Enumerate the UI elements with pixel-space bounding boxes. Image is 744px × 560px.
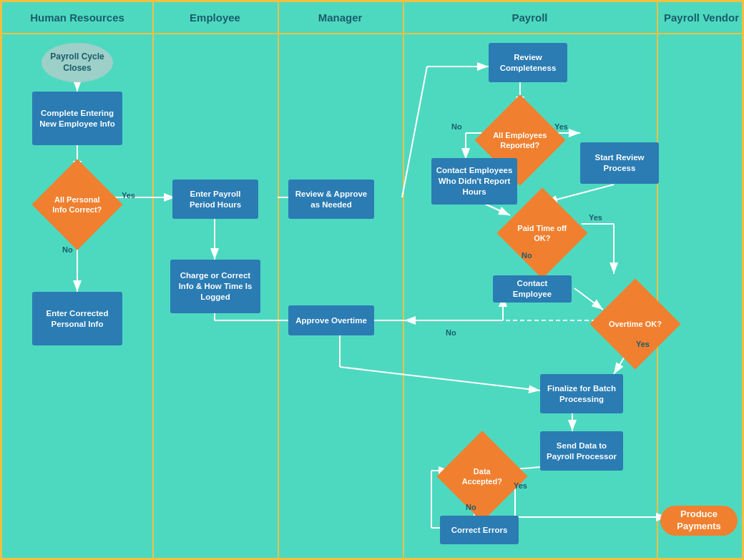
label-no-paidtime: No: [522, 251, 532, 260]
label-yes-paidtime: Yes: [589, 213, 602, 222]
label-no-data: No: [466, 503, 476, 511]
approve-overtime-box: Approve Overtime: [288, 305, 374, 335]
divider-3: [403, 2, 404, 558]
send-data-box: Send Data to Payroll Processor: [540, 431, 623, 471]
charge-correct-box: Charge or Correct Info & How Time Is Log…: [170, 260, 260, 313]
svg-line-9: [402, 67, 427, 197]
svg-line-15: [546, 185, 614, 202]
overtime-ok-diamond: Overtime OK?: [589, 278, 680, 369]
label-yes-data: Yes: [514, 481, 527, 490]
finalize-box: Finalize for Batch Processing: [540, 374, 623, 413]
col-header-emp: Employee: [152, 2, 278, 34]
contact-employee-box: Contact Employee: [493, 275, 572, 303]
contact-employees-box: Contact Employees Who Didn't Report Hour…: [431, 158, 517, 205]
svg-line-35: [340, 367, 540, 390]
enter-corrected-box: Enter Corrected Personal Info: [32, 292, 122, 345]
diagram-container: Human Resources Employee Manager Payroll…: [0, 0, 744, 560]
review-approve-box: Review & Approve as Needed: [288, 180, 374, 219]
review-completeness-box: Review Completeness: [489, 43, 567, 82]
label-no-employees: No: [451, 122, 462, 131]
payroll-cycle-closes: Payroll Cycle Closes: [41, 43, 113, 82]
divider-4: [657, 2, 658, 558]
enter-payroll-period-box: Enter Payroll Period Hours: [172, 180, 258, 219]
correct-errors-box: Correct Errors: [440, 516, 519, 544]
complete-entering-box: Complete Entering New Employee Info: [32, 92, 122, 145]
label-yes-personal: Yes: [122, 191, 135, 200]
data-accepted-diamond: Data Accepted?: [436, 431, 527, 521]
produce-payments-oval: Produce Payments: [660, 506, 738, 536]
col-header-payroll: Payroll: [403, 2, 657, 34]
start-review-box: Start Review Process: [580, 142, 659, 184]
col-header-vendor: Payroll Vendor: [657, 2, 744, 34]
divider-1: [152, 2, 154, 558]
col-header-hr: Human Resources: [2, 2, 152, 34]
label-no-personal: No: [62, 245, 73, 254]
col-header-mgr: Manager: [278, 2, 403, 34]
divider-2: [278, 2, 279, 558]
label-no-overtime: No: [446, 328, 456, 337]
all-personal-info-diamond: All Personal Info Correct?: [31, 159, 122, 250]
label-yes-overtime: Yes: [636, 340, 650, 348]
label-yes-employees: Yes: [554, 122, 568, 131]
svg-line-20: [574, 288, 603, 310]
